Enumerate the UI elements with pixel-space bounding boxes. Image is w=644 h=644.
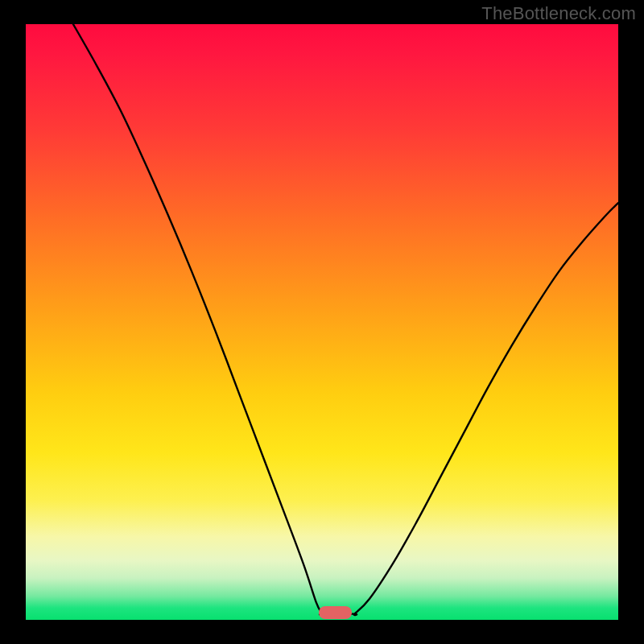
curve-path xyxy=(73,24,618,615)
watermark-text: TheBottleneck.com xyxy=(481,3,636,24)
plot-area xyxy=(26,24,618,620)
chart-stage: TheBottleneck.com xyxy=(0,0,644,644)
optimal-marker xyxy=(319,606,351,619)
bottleneck-curve xyxy=(26,24,618,620)
